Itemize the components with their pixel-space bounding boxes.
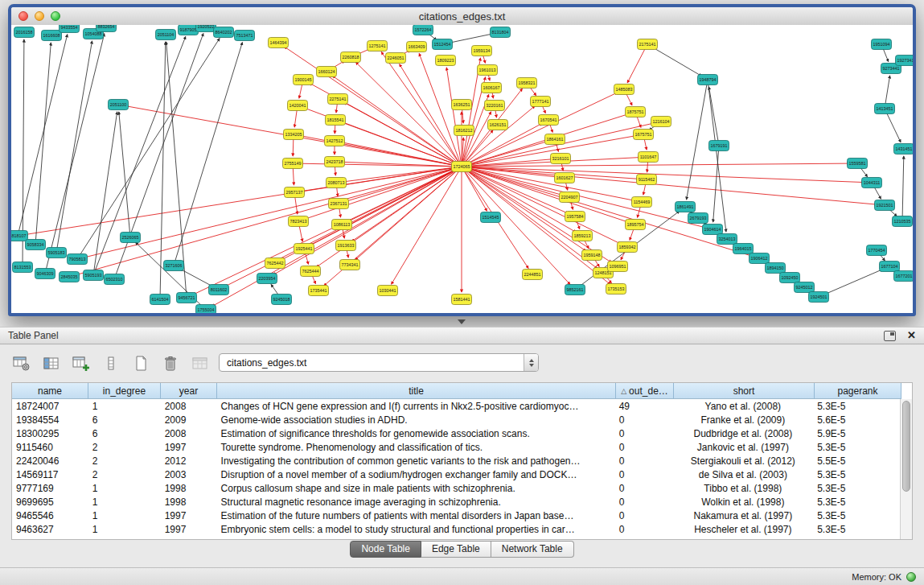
graph-node[interactable]: 9433554 <box>60 25 80 33</box>
graph-node[interactable]: 7513471 <box>235 31 255 41</box>
table-settings-button[interactable] <box>11 354 32 373</box>
graph-node[interactable]: 1626151 <box>488 120 508 130</box>
new-column-button[interactable] <box>71 354 92 373</box>
graph-node[interactable]: 2016158 <box>14 27 35 38</box>
graph-node[interactable]: 1735153 <box>606 284 626 295</box>
graph-node[interactable]: 3220161 <box>485 101 505 111</box>
table-row[interactable]: 2242004622012Investigating the contribut… <box>12 454 900 468</box>
graph-node[interactable]: 1809223 <box>436 56 456 66</box>
column-header-name[interactable]: name <box>12 383 88 399</box>
graph-node[interactable]: 1859213 <box>573 231 593 241</box>
graph-node[interactable]: 1927341 <box>896 56 914 66</box>
column-header-title[interactable]: title <box>217 383 616 399</box>
graph-node[interactable]: 1616608 <box>42 31 62 41</box>
graph-node[interactable]: 1861491 <box>676 202 696 212</box>
graph-node[interactable]: 1816212 <box>454 126 474 136</box>
graph-node[interactable]: 1906412 <box>749 253 770 264</box>
column-visibility-button[interactable] <box>41 354 62 373</box>
import-table-button[interactable] <box>190 354 211 373</box>
graph-node[interactable]: 7625444 <box>301 266 321 277</box>
graph-node[interactable]: 1951094 <box>872 39 892 50</box>
network-view[interactable]: 2016158161660894335541054088883265420511… <box>11 25 913 313</box>
graph-node[interactable]: 1958321 <box>517 78 537 89</box>
graph-node[interactable]: 3254013 <box>717 234 737 245</box>
graph-node[interactable]: 1464394 <box>269 38 289 48</box>
graph-node[interactable]: 1959148 <box>582 250 602 261</box>
graph-node[interactable]: 9115462 <box>637 175 657 185</box>
graph-node[interactable]: 1675751 <box>634 130 654 140</box>
graph-node[interactable]: 1512454 <box>433 39 453 50</box>
column-header-pagerank[interactable]: pagerank <box>815 383 901 399</box>
graph-node[interactable]: 7905813 <box>68 254 88 265</box>
graph-node[interactable]: 1413451 <box>875 104 895 114</box>
graph-node[interactable]: 1216104 <box>651 117 671 127</box>
graph-node[interactable]: 9058334 <box>26 240 46 250</box>
graph-node[interactable]: 1663409 <box>407 42 427 52</box>
graph-node[interactable]: 1670541 <box>539 115 559 126</box>
column-header-in_degree[interactable]: in_degree <box>88 383 161 399</box>
graph-node[interactable]: 8832654 <box>97 25 117 32</box>
graph-node[interactable]: 7625442 <box>265 258 285 269</box>
graph-node[interactable]: 8011602 <box>209 285 229 295</box>
graph-node[interactable]: 1724065 <box>452 162 472 172</box>
graph-node[interactable]: 2367131 <box>329 199 349 209</box>
graph-node[interactable]: 2845035 <box>60 272 80 282</box>
column-header-short[interactable]: short <box>674 383 815 399</box>
graph-node[interactable]: 1559581 <box>848 159 868 169</box>
graph-node[interactable]: 2275141 <box>328 94 348 105</box>
graph-node[interactable]: 2051100 <box>109 100 129 110</box>
graph-node[interactable]: 2755149 <box>283 159 303 169</box>
graph-node[interactable]: 1875751 <box>626 107 646 117</box>
delete-button[interactable] <box>160 354 181 373</box>
graph-node[interactable]: 2679193 <box>688 213 708 224</box>
graph-node[interactable]: 1101647 <box>639 152 659 163</box>
table-scrollbar[interactable] <box>900 399 912 539</box>
graph-node[interactable]: 1859342 <box>618 242 638 253</box>
close-panel-icon[interactable]: ✕ <box>907 331 916 340</box>
float-panel-icon[interactable] <box>884 331 896 341</box>
network-canvas[interactable]: 2016158161660894335541054088883265420511… <box>11 25 913 313</box>
graph-node[interactable]: 6141504 <box>150 295 170 305</box>
graph-node[interactable]: 1921501 <box>875 200 895 211</box>
graph-node[interactable]: 1895754 <box>626 220 646 230</box>
graph-node[interactable]: 1275141 <box>368 41 388 51</box>
graph-node[interactable]: 5905183 <box>47 248 67 258</box>
graph-node[interactable]: 1086113 <box>332 220 352 230</box>
column-header-year[interactable]: year <box>161 383 217 399</box>
graph-node[interactable]: 1900145 <box>294 75 314 85</box>
table-row[interactable]: 946362711997Embryonic stem cells: a mode… <box>12 522 900 536</box>
graph-node[interactable]: 1894150 <box>766 263 786 274</box>
table-row[interactable]: 1938455462009Genome-wide association stu… <box>12 413 900 426</box>
graph-node[interactable]: 9046309 <box>35 269 55 279</box>
graph-node[interactable]: 1755004 <box>196 305 216 314</box>
graph-node[interactable]: 1964015 <box>733 244 754 254</box>
graph-node[interactable]: 2244851 <box>523 270 543 280</box>
table-row[interactable]: 1872400712008Changes of HCN gene express… <box>12 399 900 413</box>
graph-node[interactable]: 1154469 <box>632 197 652 208</box>
window-titlebar[interactable]: citations_edges.txt <box>11 7 913 26</box>
graph-node[interactable]: 1660124 <box>317 67 337 77</box>
graph-node[interactable]: 1514545 <box>481 212 501 223</box>
column-list-button[interactable] <box>101 354 121 373</box>
graph-node[interactable]: 2080713 <box>326 178 347 188</box>
graph-node[interactable]: 2175141 <box>638 39 658 50</box>
graph-node[interactable]: 2526065 <box>121 233 141 243</box>
graph-node[interactable]: 1815541 <box>326 115 346 126</box>
graph-node[interactable]: 2204907 <box>560 192 580 203</box>
graph-node[interactable]: 3271606 <box>164 261 184 271</box>
graph-node[interactable]: 1913633 <box>336 241 356 251</box>
graph-node[interactable]: 1924501 <box>809 292 829 303</box>
graph-node[interactable]: 5905193 <box>84 270 104 281</box>
graph-node[interactable]: 2203954 <box>257 274 277 284</box>
table-row[interactable]: 969969511998Structural magnetic resonanc… <box>12 495 900 509</box>
graph-node[interactable]: 1485083 <box>614 84 634 95</box>
graph-node[interactable]: 8131804 <box>491 27 511 38</box>
table-row[interactable]: 946554611997Estimation of the future num… <box>12 509 900 522</box>
graph-node[interactable]: 1601627 <box>555 173 575 183</box>
graph-node[interactable]: 1959134 <box>472 46 492 56</box>
graph-node[interactable]: 2051104 <box>156 30 176 40</box>
graph-node[interactable]: 1904614 <box>703 225 723 235</box>
new-row-button[interactable] <box>130 354 151 373</box>
graph-node[interactable]: 1864161 <box>545 134 565 145</box>
graph-node[interactable]: 7734341 <box>340 260 360 270</box>
